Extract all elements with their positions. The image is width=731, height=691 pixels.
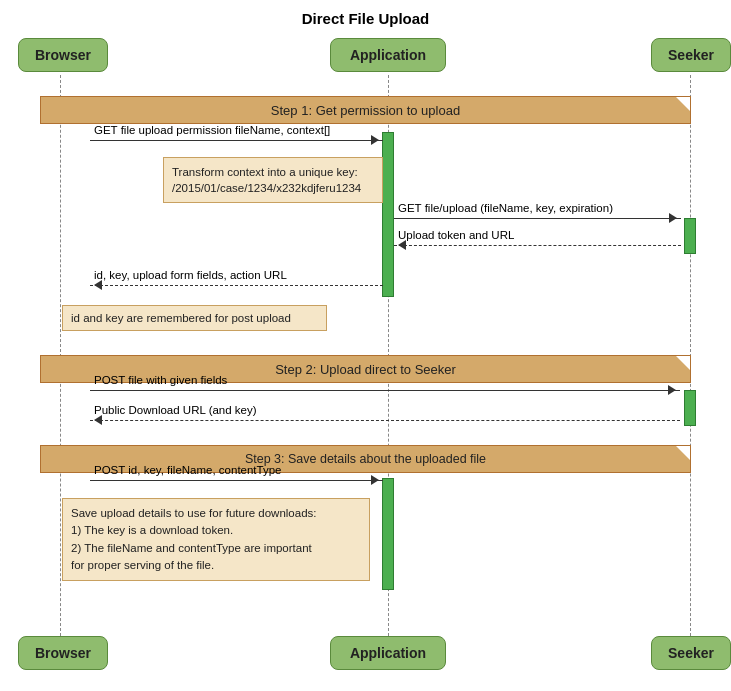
actor-seeker-bottom: Seeker [651, 636, 731, 670]
activation-app-2 [382, 478, 394, 590]
activation-app-1 [382, 132, 394, 297]
actor-browser-top: Browser [18, 38, 108, 72]
note-transform-key: Transform context into a unique key:/201… [163, 157, 383, 203]
diagram-title: Direct File Upload [0, 10, 731, 27]
note-save-details: Save upload details to use for future do… [62, 498, 370, 581]
actor-application-top: Application [330, 38, 446, 72]
step1-banner: Step 1: Get permission to upload [40, 96, 691, 124]
activation-seeker-1 [684, 218, 696, 254]
actor-application-bottom: Application [330, 636, 446, 670]
actor-seeker-top: Seeker [651, 38, 731, 72]
sequence-diagram: Direct File Upload Browser Application S… [0, 0, 731, 691]
actor-browser-bottom: Browser [18, 636, 108, 670]
note-id-key-remembered: id and key are remembered for post uploa… [62, 305, 327, 331]
activation-seeker-2 [684, 390, 696, 426]
